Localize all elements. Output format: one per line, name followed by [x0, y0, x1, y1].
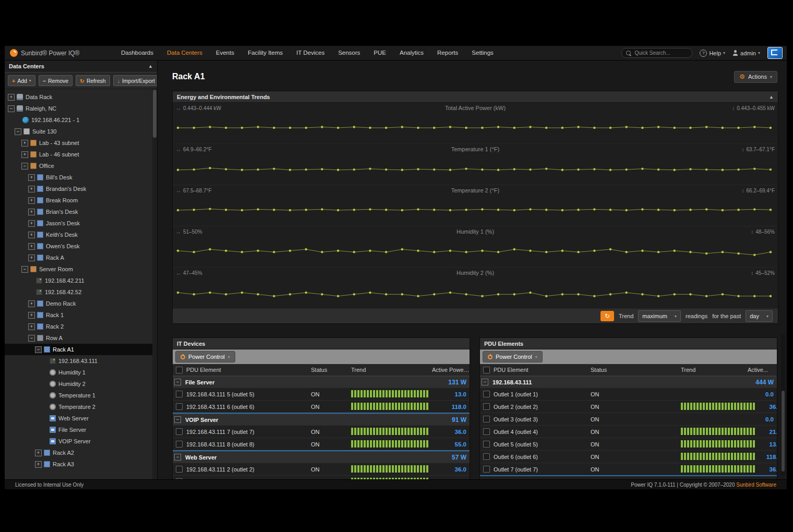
- table-row[interactable]: Outlet 5 (outlet 5)ON13.0: [480, 438, 777, 450]
- help-menu[interactable]: ? Help ▾: [700, 50, 725, 57]
- tree-item-temperature-1[interactable]: Temperature 1: [5, 390, 152, 401]
- tree-item-file-server[interactable]: File Server: [5, 424, 152, 436]
- nav-tab-settings[interactable]: Settings: [465, 46, 500, 60]
- tree-item-192-168-46-221-1[interactable]: 192.168.46.221 - 1: [5, 114, 152, 126]
- expand-icon[interactable]: +: [35, 461, 42, 468]
- row-checkbox[interactable]: [483, 416, 490, 422]
- table-row[interactable]: 192.168.43.111 7 (outlet 7)ON36.0: [173, 425, 470, 438]
- tree-item-rack-a2[interactable]: +Rack A2: [5, 447, 152, 458]
- tree-item-jason-s-desk[interactable]: +Jason's Desk: [5, 217, 152, 229]
- nav-tab-dashboards[interactable]: Dashboards: [114, 46, 160, 60]
- tree-item-voip-server[interactable]: VOIP Server: [5, 436, 152, 447]
- row-checkbox[interactable]: [176, 391, 183, 397]
- table-row[interactable]: 192.168.43.111 2 (outlet 2)ON36.0: [173, 463, 470, 475]
- row-checkbox[interactable]: [176, 466, 183, 473]
- expand-icon[interactable]: +: [21, 151, 28, 158]
- expand-icon[interactable]: +: [8, 94, 15, 101]
- table-row[interactable]: Outlet 4 (outlet 4)ON21.0: [480, 425, 777, 438]
- collapse-icon[interactable]: −: [15, 128, 21, 135]
- expand-icon[interactable]: +: [28, 232, 35, 238]
- tree-item-lab-43-subnet[interactable]: +Lab - 43 subnet: [5, 137, 152, 149]
- collapse-icon[interactable]: −: [174, 379, 181, 385]
- tree-item-rack-a3[interactable]: +Rack A3: [5, 458, 152, 470]
- table-row[interactable]: Outlet 2 (outlet 2)ON36.0: [480, 400, 777, 413]
- tree-item-lab-46-subnet[interactable]: +Lab - 46 subnet: [5, 149, 152, 160]
- tree-item-rack-a1[interactable]: −Rack A1: [5, 344, 152, 355]
- quick-search[interactable]: [621, 48, 692, 58]
- expand-icon[interactable]: +: [28, 174, 35, 181]
- table-row[interactable]: 192.168.43.111 6 (outlet 6)ON118.0: [173, 400, 470, 413]
- tree-item-brian-s-desk[interactable]: +Brian's Desk: [5, 206, 152, 217]
- tree-item-humidity-2[interactable]: Humidity 2: [5, 378, 152, 390]
- tree-item-rack-1[interactable]: +Rack 1: [5, 309, 152, 321]
- tree-item-row-a[interactable]: −Row A: [5, 332, 152, 344]
- table-row[interactable]: 192.168.43.111 5 (outlet 5)ON13.0: [173, 388, 470, 400]
- table-row[interactable]: Outlet 1 (outlet 1)ON0.0: [480, 388, 777, 400]
- group-header-row[interactable]: −File Server131 W: [173, 376, 470, 388]
- add-button[interactable]: + Add ▾: [8, 75, 35, 86]
- collapse-up-icon[interactable]: ▲: [769, 94, 774, 100]
- expand-icon[interactable]: +: [28, 186, 35, 192]
- tree-item-web-server[interactable]: Web Server: [5, 413, 152, 424]
- expand-icon[interactable]: +: [35, 450, 42, 456]
- nav-tab-reports[interactable]: Reports: [430, 46, 465, 60]
- tree-item-temperature-2[interactable]: Temperature 2: [5, 401, 152, 413]
- tree-item-192-168-42-211[interactable]: 192.168.42.211: [5, 275, 152, 286]
- collapse-icon[interactable]: −: [28, 335, 35, 342]
- collapse-up-icon[interactable]: ▲: [148, 64, 153, 69]
- trend-type-select[interactable]: maximum ▾: [638, 310, 681, 322]
- tree-item-server-room[interactable]: −Server Room: [5, 263, 152, 275]
- tree-item-humidity-1[interactable]: Humidity 1: [5, 367, 152, 378]
- expand-icon[interactable]: +: [28, 323, 35, 330]
- expand-icon[interactable]: +: [28, 197, 35, 204]
- period-select[interactable]: day ▾: [746, 310, 773, 322]
- row-checkbox[interactable]: [483, 428, 490, 435]
- group-header-row[interactable]: −192.168.43.111444 W: [480, 376, 777, 388]
- nav-tab-facility-items[interactable]: Facility Items: [241, 46, 290, 60]
- row-checkbox[interactable]: [176, 403, 183, 410]
- refresh-button[interactable]: ↻ Refresh: [76, 75, 110, 86]
- tree-item-break-room[interactable]: +Break Room: [5, 195, 152, 206]
- vendor-link[interactable]: Sunbird Software: [736, 482, 776, 488]
- expand-icon[interactable]: +: [28, 312, 35, 319]
- scrollbar-thumb[interactable]: [782, 391, 785, 471]
- nav-tab-it-devices[interactable]: IT Devices: [290, 46, 331, 60]
- collapse-icon[interactable]: −: [174, 416, 181, 423]
- row-checkbox[interactable]: [483, 441, 490, 448]
- tree-item-192-168-42-52[interactable]: 192.168.42.52: [5, 286, 152, 298]
- tree-item-owen-s-desk[interactable]: +Owen's Desk: [5, 240, 152, 252]
- expand-icon[interactable]: +: [28, 255, 35, 261]
- expand-icon[interactable]: +: [28, 220, 35, 227]
- row-checkbox[interactable]: [483, 403, 490, 410]
- row-checkbox[interactable]: [483, 466, 490, 473]
- sidebar-scrollbar[interactable]: [152, 88, 157, 479]
- power-control-button[interactable]: Power Control▾: [175, 351, 235, 362]
- tree-item-raleigh-nc[interactable]: −Raleigh, NC: [5, 103, 152, 114]
- user-menu[interactable]: admin ▾: [732, 50, 760, 56]
- tree-item-suite-130[interactable]: −Suite 130: [5, 126, 152, 137]
- remove-button[interactable]: − Remove: [39, 75, 73, 86]
- expand-icon[interactable]: +: [28, 209, 35, 215]
- power-control-button[interactable]: Power Control▾: [483, 351, 543, 362]
- collapse-icon[interactable]: −: [174, 454, 181, 461]
- group-header-row[interactable]: −Web Server57 W: [173, 451, 470, 463]
- nav-tab-analytics[interactable]: Analytics: [393, 46, 430, 60]
- row-checkbox[interactable]: [483, 391, 490, 397]
- tree-item-bill-s-desk[interactable]: +Bill's Desk: [5, 172, 152, 183]
- collapse-icon[interactable]: −: [21, 266, 28, 273]
- main-scrollbar[interactable]: [781, 334, 785, 475]
- row-checkbox[interactable]: [176, 441, 183, 448]
- table-row[interactable]: Outlet 3 (outlet 3)ON0.0: [480, 413, 777, 425]
- expand-icon[interactable]: +: [28, 243, 35, 250]
- nav-tab-pue[interactable]: PUE: [367, 46, 393, 60]
- row-checkbox[interactable]: [176, 478, 183, 479]
- nav-tab-sensors[interactable]: Sensors: [331, 46, 367, 60]
- collapse-icon[interactable]: −: [21, 163, 28, 170]
- actions-button[interactable]: ⚙ Actions ▾: [734, 71, 777, 83]
- expand-icon[interactable]: +: [28, 300, 35, 307]
- group-header-row[interactable]: −VOIP Server91 W: [173, 414, 470, 425]
- import-export-button[interactable]: ↓ Import/Export: [113, 75, 158, 86]
- collapse-icon[interactable]: −: [35, 346, 42, 353]
- search-input[interactable]: [633, 50, 682, 56]
- tree-item-data-rack[interactable]: +Data Rack: [5, 91, 152, 103]
